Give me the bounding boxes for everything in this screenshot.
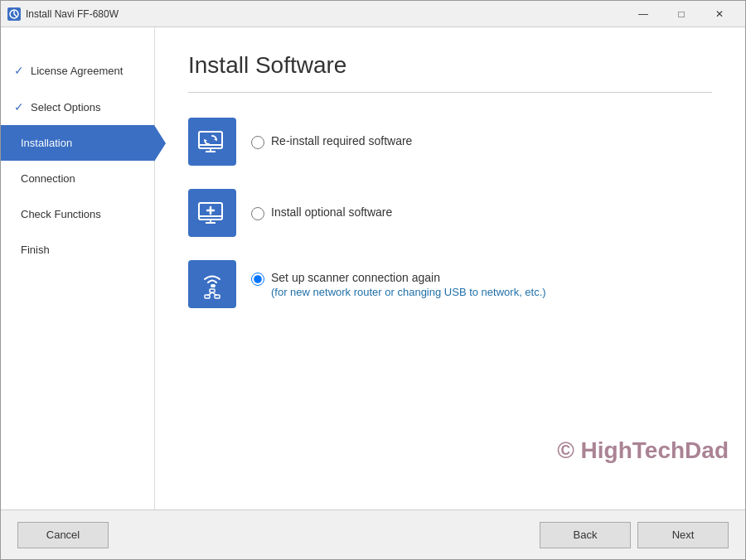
- sidebar-item-installation[interactable]: Installation: [1, 125, 154, 161]
- option-row-scanner: Set up scanner connection again (for new…: [188, 260, 712, 308]
- sidebar-label-installation: Installation: [21, 137, 72, 149]
- option-row-reinstall: Re-install required software: [188, 118, 712, 166]
- scanner-icon-box: [188, 260, 236, 308]
- sidebar-item-connection[interactable]: Connection: [1, 161, 154, 196]
- maximize-button[interactable]: □: [662, 1, 700, 27]
- content-area: Install Software R: [155, 27, 745, 509]
- check-icon-license: ✓: [14, 64, 24, 77]
- window-controls: — □ ✕: [624, 1, 739, 27]
- reinstall-icon-box: [188, 118, 236, 166]
- main-area: ✓ License Agreement ✓ Select Options Ins…: [1, 27, 745, 509]
- sidebar-item-finish[interactable]: Finish: [1, 232, 154, 268]
- app-icon: [7, 7, 21, 21]
- svg-point-15: [211, 284, 214, 287]
- sidebar-item-select-options[interactable]: ✓ Select Options: [1, 89, 154, 125]
- svg-rect-19: [205, 295, 210, 298]
- svg-rect-16: [210, 289, 215, 292]
- watermark: © HighTechDad: [557, 437, 729, 464]
- sidebar-item-license[interactable]: ✓ License Agreement: [1, 52, 154, 89]
- back-button[interactable]: Back: [540, 522, 631, 548]
- optional-icon-box: [188, 189, 236, 237]
- sidebar-item-check-functions[interactable]: Check Functions: [1, 196, 154, 232]
- option-text-reinstall: Re-install required software: [271, 134, 412, 147]
- sidebar-label-connection: Connection: [21, 172, 75, 185]
- option-label-scanner: Set up scanner connection again (for new…: [251, 271, 546, 298]
- cancel-button[interactable]: Cancel: [17, 522, 109, 548]
- option-label-reinstall: Re-install required software: [251, 134, 412, 149]
- svg-rect-20: [215, 295, 220, 298]
- sidebar-label-finish: Finish: [21, 244, 50, 256]
- option-label-optional: Install optional software: [251, 205, 392, 220]
- window-title: Install Navi FF-680W: [26, 8, 624, 20]
- page-title: Install Software: [188, 52, 712, 79]
- option-text-scanner: Set up scanner connection again (for new…: [271, 271, 546, 298]
- close-button[interactable]: ✕: [700, 1, 739, 27]
- option-subtext-scanner: (for new network router or changing USB …: [271, 286, 546, 298]
- sidebar: ✓ License Agreement ✓ Select Options Ins…: [1, 27, 155, 509]
- minimize-button[interactable]: —: [624, 1, 662, 27]
- footer-right: Back Next: [540, 522, 729, 548]
- next-button[interactable]: Next: [637, 522, 729, 548]
- titlebar: Install Navi FF-680W — □ ✕: [1, 1, 745, 27]
- check-icon-select-options: ✓: [14, 100, 24, 113]
- footer: Cancel Back Next: [1, 509, 745, 559]
- sidebar-label-check-functions: Check Functions: [21, 208, 101, 220]
- sidebar-label-select-options: Select Options: [31, 101, 101, 113]
- radio-reinstall[interactable]: [251, 136, 264, 149]
- option-text-optional: Install optional software: [271, 205, 392, 219]
- sidebar-label-license: License Agreement: [31, 65, 123, 77]
- option-row-optional: Install optional software: [188, 189, 712, 237]
- radio-optional[interactable]: [251, 207, 264, 220]
- svg-line-2: [14, 14, 17, 17]
- title-divider: [188, 92, 712, 93]
- radio-scanner[interactable]: [251, 273, 264, 286]
